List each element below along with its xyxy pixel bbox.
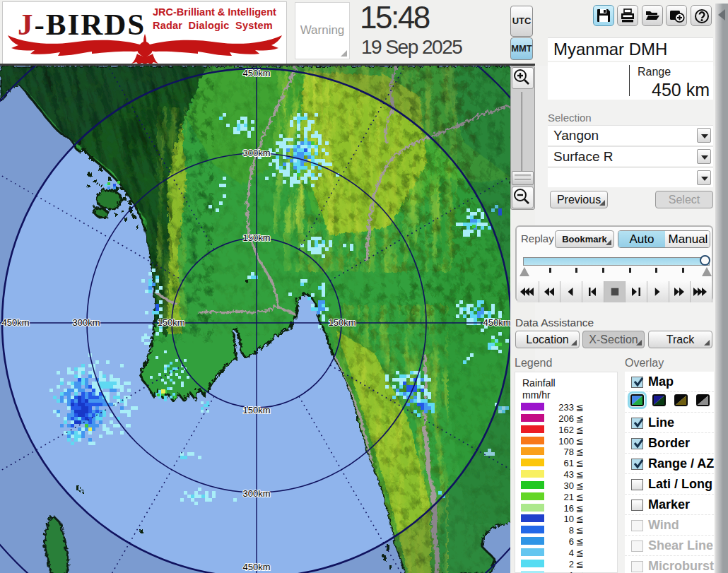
svg-text:450km: 450km bbox=[242, 68, 270, 78]
svg-text:300km: 300km bbox=[242, 488, 270, 499]
svg-text:150km: 150km bbox=[157, 317, 184, 328]
svg-text:150km: 150km bbox=[242, 232, 270, 243]
svg-text:450km: 450km bbox=[483, 317, 510, 328]
svg-text:150km: 150km bbox=[242, 405, 270, 415]
svg-text:450km: 450km bbox=[1, 317, 29, 328]
svg-text:150km: 150km bbox=[328, 317, 356, 328]
svg-text:450km: 450km bbox=[242, 562, 270, 572]
svg-text:300km: 300km bbox=[72, 317, 100, 328]
svg-text:300km: 300km bbox=[242, 148, 270, 158]
